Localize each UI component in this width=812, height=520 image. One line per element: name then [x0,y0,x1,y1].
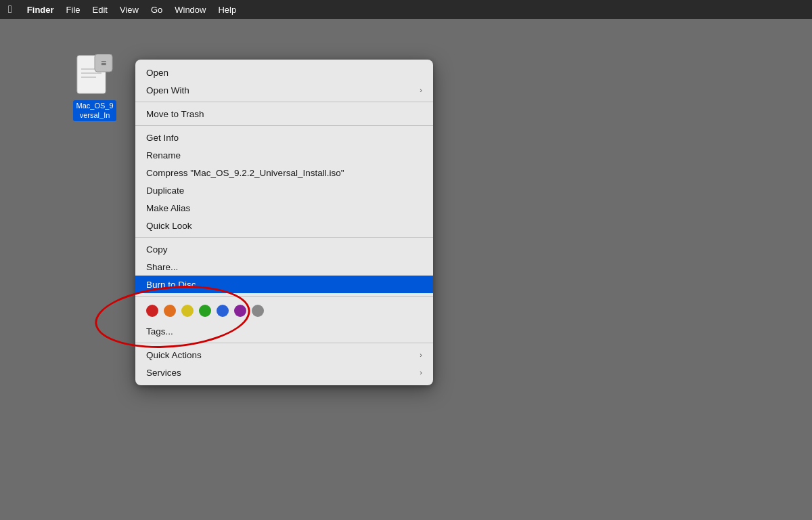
menu-item-tags[interactable]: Tags... [135,322,433,340]
file-icon[interactable]: ≡ [76,54,114,98]
separator-1 [135,102,433,102]
menu-item-open[interactable]: Open [135,64,433,81]
menu-item-services-label: Services [146,368,181,378]
separator-2 [135,125,433,126]
separator-5 [135,343,433,343]
menubar-window[interactable]: Window [175,5,206,15]
menu-item-get-info-label: Get Info [146,133,179,143]
menu-item-get-info[interactable]: Get Info [135,129,433,146]
menu-item-quick-look-label: Quick Look [146,221,192,231]
menu-item-move-to-trash-label: Move to Trash [146,109,204,119]
menubar-go[interactable]: Go [151,5,162,15]
desktop: ≡ Mac_OS_9versal_In Open Open With › Mov… [0,19,812,520]
file-label: Mac_OS_9versal_In [73,100,116,121]
tag-gray[interactable] [252,305,264,317]
menu-item-make-alias-label: Make Alias [146,203,190,213]
context-menu: Open Open With › Move to Trash Get Info … [135,60,433,385]
menu-item-rename-label: Rename [146,150,181,160]
menubar:  Finder File Edit View Go Window Help [0,0,812,19]
menu-item-copy[interactable]: Copy [135,240,433,258]
menu-item-move-to-trash[interactable]: Move to Trash [135,105,433,123]
svg-text:≡: ≡ [101,58,106,68]
menu-item-compress-label: Compress "Mac_OS_9.2.2_Universal_Install… [146,168,344,178]
tag-green[interactable] [199,305,211,317]
menubar-finder[interactable]: Finder [27,5,54,15]
menu-item-burn-to-disc[interactable]: Burn to Disc... [135,276,433,293]
menu-item-share[interactable]: Share... [135,258,433,276]
menu-item-make-alias[interactable]: Make Alias [135,199,433,217]
chevron-right-icon-qa: › [420,351,422,359]
chevron-right-icon-svc: › [420,368,422,376]
tag-red[interactable] [146,305,158,317]
menu-item-open-with[interactable]: Open With › [135,81,433,99]
tag-orange[interactable] [164,305,176,317]
menu-item-services[interactable]: Services › [135,364,433,381]
menu-item-open-label: Open [146,68,168,78]
menu-item-duplicate-label: Duplicate [146,186,184,196]
menu-item-quick-actions-label: Quick Actions [146,350,202,360]
menu-item-quick-actions[interactable]: Quick Actions › [135,346,433,364]
menu-item-burn-to-disc-label: Burn to Disc... [146,280,204,290]
menu-item-share-label: Share... [146,262,178,272]
menu-item-duplicate[interactable]: Duplicate [135,181,433,199]
menubar-file[interactable]: File [66,5,81,15]
tags-row [135,299,433,322]
menu-item-open-with-label: Open With [146,85,189,95]
separator-3 [135,237,433,238]
separator-4 [135,296,433,297]
chevron-right-icon: › [420,86,422,94]
file-icon-wrapper: ≡ Mac_OS_9versal_In [61,54,129,121]
apple-menu[interactable]:  [8,3,12,16]
menu-item-quick-look[interactable]: Quick Look [135,217,433,234]
tag-yellow[interactable] [181,305,194,317]
menubar-help[interactable]: Help [218,5,236,15]
menu-item-rename[interactable]: Rename [135,146,433,164]
tag-blue[interactable] [217,305,229,317]
menu-item-copy-label: Copy [146,244,168,255]
tag-purple[interactable] [234,305,246,317]
menubar-view[interactable]: View [120,5,139,15]
menubar-edit[interactable]: Edit [93,5,108,15]
menu-item-tags-label: Tags... [146,326,173,337]
menu-item-compress[interactable]: Compress "Mac_OS_9.2.2_Universal_Install… [135,164,433,181]
